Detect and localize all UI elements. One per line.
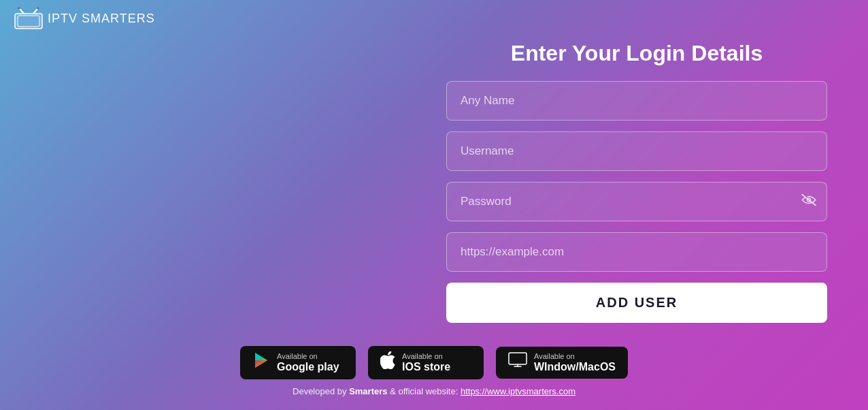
- footer-label-mid: & official website:: [388, 386, 461, 396]
- username-input[interactable]: [446, 131, 827, 171]
- svg-point-5: [37, 7, 39, 10]
- password-input[interactable]: [446, 182, 827, 221]
- name-field-wrapper: [446, 81, 827, 121]
- toggle-password-icon[interactable]: [801, 194, 816, 210]
- google-play-badge[interactable]: Available on Google play: [240, 346, 356, 379]
- svg-rect-10: [509, 353, 527, 364]
- url-input[interactable]: [446, 232, 827, 272]
- footer-text: Developed by Smarters & official website…: [293, 386, 575, 396]
- login-form-panel: Enter Your Login Details ADD USER: [446, 41, 827, 323]
- footer-brand: Smarters: [349, 386, 387, 396]
- google-play-text: Available on Google play: [277, 352, 339, 373]
- windows-mac-text: Available on WIndow/MacOS: [534, 352, 616, 373]
- name-input[interactable]: [446, 81, 827, 121]
- url-field-wrapper: [446, 232, 827, 272]
- footer-link[interactable]: https://www.iptvsmarters.com: [461, 386, 575, 396]
- apple-icon: [380, 351, 395, 374]
- add-user-button[interactable]: ADD USER: [446, 283, 827, 323]
- svg-point-4: [18, 7, 20, 10]
- header: IPTV SMARTERS: [14, 7, 155, 30]
- logo-label: IPTV SMARTERS: [48, 12, 155, 26]
- username-field-wrapper: [446, 131, 827, 171]
- svg-marker-9: [255, 360, 267, 368]
- svg-rect-1: [18, 16, 39, 27]
- monitor-icon: [508, 352, 527, 373]
- windows-mac-badge[interactable]: Available on WIndow/MacOS: [496, 347, 628, 379]
- logo-tv-icon: [14, 7, 44, 30]
- form-title: Enter Your Login Details: [511, 41, 763, 66]
- google-play-icon: [252, 351, 270, 374]
- footer-label-before: Developed by: [293, 386, 349, 396]
- ios-store-badge[interactable]: Available on IOS store: [368, 346, 484, 379]
- store-badges: Available on Google play Available on IO…: [240, 346, 628, 379]
- password-field-wrapper: [446, 182, 827, 221]
- ios-store-text: Available on IOS store: [402, 352, 450, 373]
- bottom-section: Available on Google play Available on IO…: [0, 346, 868, 396]
- logo-iptv: IPTV: [48, 12, 78, 25]
- logo-smarters: SMARTERS: [82, 12, 155, 25]
